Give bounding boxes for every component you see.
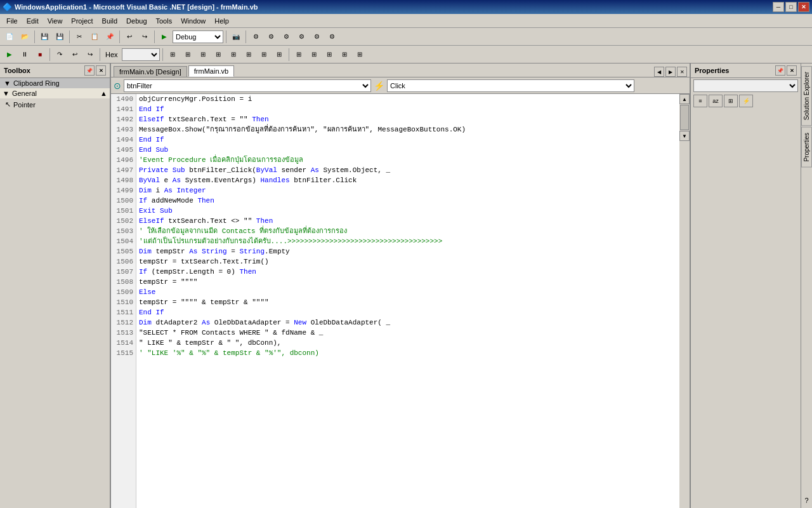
- scroll-down[interactable]: ▼: [679, 131, 690, 141]
- pointer-tool[interactable]: ↖ Pointer: [0, 98, 110, 110]
- props-alphabetical[interactable]: az: [709, 95, 723, 107]
- tab-code[interactable]: frmMain.vb: [188, 65, 234, 77]
- code-line: End If: [139, 135, 677, 145]
- menu-debug[interactable]: Debug: [122, 16, 150, 26]
- code-line: 'Event Procedure เมื่อคลิกปุ่มโดอนการรอง…: [139, 155, 677, 165]
- line-number: 1515: [111, 348, 136, 358]
- step-out[interactable]: ↪: [83, 48, 97, 62]
- tb-btn4[interactable]: ⚙: [294, 30, 308, 44]
- code-line: Private Sub btnFilter_Click(ByVal sender…: [139, 165, 677, 175]
- debug-btn12[interactable]: ⊞: [337, 48, 351, 62]
- scroll-thumb[interactable]: [680, 105, 689, 130]
- props-events[interactable]: ⚡: [739, 95, 753, 107]
- second-toolbar: ▶ ⏸ ■ ↷ ↩ ↪ Hex ⊞ ⊞ ⊞ ⊞ ⊞ ⊞ ⊞ ⊞ ⊞ ⊞ ⊞ ⊞ …: [0, 46, 812, 64]
- event-combo[interactable]: Click: [387, 79, 634, 92]
- toolbox-spacer: [0, 110, 110, 508]
- line-number: 1494: [111, 135, 136, 145]
- new-button[interactable]: 📄: [3, 30, 16, 44]
- side-tab-properties[interactable]: Properties: [801, 127, 812, 168]
- props-pin[interactable]: 📌: [775, 65, 785, 76]
- code-line: ByVal e As System.EventArgs) Handles btn…: [139, 175, 677, 185]
- menu-file[interactable]: File: [3, 16, 22, 26]
- debug-btn5[interactable]: ⊞: [226, 48, 240, 62]
- redo-button[interactable]: ↪: [138, 30, 152, 44]
- clipboard-ring-section[interactable]: ▼ Clipboard Ring: [0, 78, 110, 88]
- prev-tab-button[interactable]: ◀: [654, 67, 664, 77]
- debug-btn11[interactable]: ⊞: [322, 48, 336, 62]
- open-button[interactable]: 📂: [18, 30, 32, 44]
- menu-window[interactable]: Window: [177, 16, 209, 26]
- debug-btn3[interactable]: ⊞: [196, 48, 210, 62]
- line-number: 1502: [111, 216, 136, 226]
- line-number: 1496: [111, 155, 136, 165]
- tb-btn2[interactable]: ⚙: [264, 30, 278, 44]
- line-number: 1506: [111, 257, 136, 267]
- line-number: 1512: [111, 318, 136, 328]
- code-line: End If: [139, 307, 677, 318]
- props-grid[interactable]: ⊞: [724, 95, 738, 107]
- debug-btn4[interactable]: ⊞: [211, 48, 225, 62]
- menu-project[interactable]: Project: [67, 16, 96, 26]
- debug-btn8[interactable]: ⊞: [272, 48, 286, 62]
- code-line: Else: [139, 287, 677, 297]
- debug-btn13[interactable]: ⊞: [353, 48, 367, 62]
- minimize-button[interactable]: ─: [773, 2, 784, 12]
- tb-btn3[interactable]: ⚙: [279, 30, 293, 44]
- toolbox-header: Toolbox 📌 ✕: [0, 64, 110, 78]
- menu-tools[interactable]: Tools: [152, 16, 176, 26]
- vertical-scrollbar[interactable]: ▲ ▼: [679, 94, 690, 508]
- cut-button[interactable]: ✂: [72, 30, 86, 44]
- code-line: Exit Sub: [139, 206, 677, 216]
- maximize-button[interactable]: □: [785, 2, 797, 12]
- main-toolbar: 📄 📂 💾 💾 ✂ 📋 📌 ↩ ↪ ▶ Debug 📷 ⚙ ⚙ ⚙ ⚙ ⚙ ⚙: [0, 28, 812, 46]
- undo-button[interactable]: ↩: [122, 30, 136, 44]
- pause-btn[interactable]: ⏸: [18, 48, 32, 62]
- code-content[interactable]: objCurrencyMgr.Position = i End IfElseIf…: [136, 94, 679, 508]
- line-number: 1508: [111, 277, 136, 287]
- code-line: tempStr = txtSearch.Text.Trim(): [139, 257, 677, 267]
- code-line: objCurrencyMgr.Position = i: [139, 94, 677, 104]
- tb-btn5[interactable]: ⚙: [310, 30, 324, 44]
- debug-btn6[interactable]: ⊞: [242, 48, 256, 62]
- start-button[interactable]: ▶: [157, 30, 171, 44]
- debug-btn2[interactable]: ⊞: [181, 48, 195, 62]
- line-number: 1500: [111, 196, 136, 206]
- save-all-button[interactable]: 💾: [53, 30, 67, 44]
- debug-btn9[interactable]: ⊞: [292, 48, 306, 62]
- toolbox-close[interactable]: ✕: [96, 65, 106, 76]
- scroll-up[interactable]: ▲: [679, 94, 690, 104]
- play-btn[interactable]: ▶: [3, 48, 16, 62]
- camera-button[interactable]: 📷: [229, 30, 243, 44]
- copy-button[interactable]: 📋: [88, 30, 102, 44]
- step-over[interactable]: ↷: [53, 48, 67, 62]
- props-close[interactable]: ✕: [787, 65, 797, 76]
- right-side-tabs: Solution Explorer Properties ?: [801, 64, 812, 508]
- toolbox-pin[interactable]: 📌: [84, 65, 95, 76]
- debug-mode-combo[interactable]: Debug: [173, 30, 223, 43]
- save-button[interactable]: 💾: [37, 30, 51, 44]
- menu-build[interactable]: Build: [98, 16, 121, 26]
- debug-btn7[interactable]: ⊞: [257, 48, 271, 62]
- stop-btn[interactable]: ■: [33, 48, 47, 62]
- props-categories[interactable]: ≡: [693, 95, 707, 107]
- clipboard-ring-label: Clipboard Ring: [13, 79, 60, 87]
- close-button[interactable]: ✕: [798, 2, 809, 12]
- step-into[interactable]: ↩: [68, 48, 82, 62]
- tb-btn1[interactable]: ⚙: [249, 30, 263, 44]
- menu-help[interactable]: Help: [211, 16, 233, 26]
- object-combo[interactable]: btnFilter: [124, 79, 371, 92]
- debug-btn10[interactable]: ⊞: [307, 48, 321, 62]
- side-help-icon[interactable]: ?: [802, 495, 812, 505]
- menu-edit[interactable]: Edit: [23, 16, 43, 26]
- debug-btn1[interactable]: ⊞: [166, 48, 180, 62]
- title-bar: 🔷 WindowsApplication1 - Microsoft Visual…: [0, 0, 812, 14]
- tab-design[interactable]: frmMain.vb [Design]: [114, 66, 187, 77]
- menu-view[interactable]: View: [44, 16, 67, 26]
- properties-object-combo[interactable]: [693, 79, 798, 92]
- tb-btn6[interactable]: ⚙: [325, 30, 339, 44]
- close-tab-button[interactable]: ✕: [677, 67, 687, 77]
- next-tab-button[interactable]: ▶: [665, 67, 676, 77]
- paste-button[interactable]: 📌: [103, 30, 117, 44]
- side-tab-explorer[interactable]: Solution Explorer: [801, 66, 812, 126]
- hex-combo[interactable]: [122, 48, 160, 61]
